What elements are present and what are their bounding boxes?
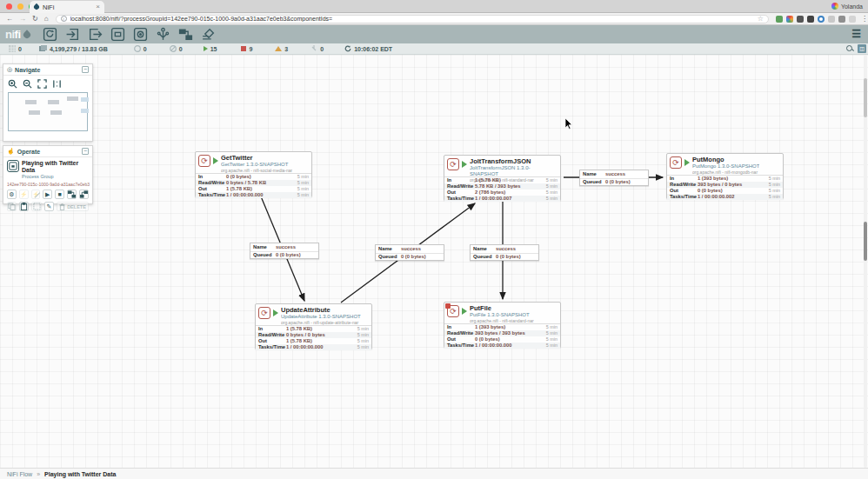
copy-button[interactable] [7,202,17,211]
processor-bundle: org.apache.nifi - nifi-social-media-nar [221,168,292,173]
processor-version: GetTwitter 1.3.0-SNAPSHOT [221,162,292,168]
breadcrumb-root-link[interactable]: NiFi Flow [7,471,32,477]
processor-stats: In1 (393 bytes)5 min Read/Write393 bytes… [667,175,783,200]
browser-tab[interactable]: NiFi × [30,1,104,13]
configure-button[interactable]: ⚙ [7,190,17,199]
fill-color-button[interactable]: ✎ [44,202,54,211]
processor-gettwitter[interactable]: ⟳ GetTwitter GetTwitter 1.3.0-SNAPSHOT o… [195,151,312,197]
processor-version: JoltTransformJSON 1.3.0-SNAPSHOT [470,165,558,177]
running-icon [204,46,208,51]
label-tool-icon[interactable] [201,27,216,42]
close-window-icon[interactable] [6,3,12,10]
compass-icon: ◎ [7,66,12,73]
site-info-icon[interactable]: i [61,16,67,22]
home-button[interactable]: ⌂ [44,15,49,23]
breadcrumb-current: Playing with Twitter Data [44,471,116,477]
extension-icon[interactable] [776,16,783,23]
bulletin-indicator-icon[interactable] [445,303,451,309]
queued-icon [39,45,47,52]
processor-tool-icon[interactable] [43,27,57,42]
zoom-in-icon[interactable] [8,79,17,89]
extension-icon[interactable] [786,16,793,23]
stop-button[interactable]: ■ [55,190,64,199]
processor-name: PutFile [470,305,534,312]
trash-icon [59,203,65,210]
extension-icon[interactable] [818,16,825,23]
tab-close-icon[interactable]: × [96,3,100,10]
flow-canvas[interactable]: ⟳ GetTwitter GetTwitter 1.3.0-SNAPSHOT o… [0,55,868,468]
transmitting-stat: 0 [134,45,147,52]
canvas-vertical-scrollbar[interactable] [864,55,867,468]
group-button[interactable] [31,202,41,211]
search-icon[interactable] [846,45,854,53]
tab-title: NiFi [43,3,92,11]
nifi-app: NiFi × Yolanda ← → ↻ ⌂ i localhost:8080/… [0,0,868,479]
processor-name: GetTwitter [221,155,292,162]
stopped-icon [241,46,246,51]
processor-type-icon: ⟳ [198,155,210,167]
processor-jolttransformjson[interactable]: ⟳ JoltTransformJSON JoltTransformJSON 1.… [444,155,561,201]
extension-icon[interactable] [797,16,804,23]
breadcrumb: NiFi Flow » Playing with Twitter Data [0,468,868,479]
birdseye-minimap[interactable] [8,92,88,131]
address-bar[interactable]: i localhost:8080/nifi/?processGroupId=14… [56,15,769,23]
refresh-stat[interactable]: 10:06:02 EDT [344,45,392,52]
threads-icon [9,45,16,52]
extension-icon[interactable] [838,16,845,23]
processor-putfile[interactable]: ⟳ PutFile PutFile 1.3.0-SNAPSHOT org.apa… [444,302,561,348]
forward-button[interactable]: → [19,15,26,23]
running-stat: 15 [204,46,217,52]
upload-template-button[interactable] [79,190,89,199]
mouse-cursor-icon [564,118,573,130]
nifi-logo: nifi [5,28,30,41]
extension-icon[interactable] [807,16,814,23]
browser-menu-icon[interactable]: ⋮ [861,15,868,23]
input-port-tool-icon[interactable] [65,27,80,42]
remote-process-group-tool-icon[interactable] [133,27,148,42]
flow-status-bar: 0 4,199,279 / 13.83 GB 0 0 15 9 3 0 [0,43,868,55]
paste-button[interactable] [19,202,29,211]
template-tool-icon[interactable] [178,27,193,42]
processor-name: JoltTransformJSON [470,158,558,165]
zoom-fit-icon[interactable] [37,79,47,89]
running-state-icon [462,308,467,315]
connection-label[interactable]: Namesuccess Queued0 (0 bytes) [579,170,649,186]
breadcrumb-separator: » [37,471,40,477]
extension-icon[interactable] [849,16,856,23]
extension-icon[interactable] [828,16,835,23]
operate-group-name: Playing with Twitter Data [22,160,89,174]
global-menu-icon[interactable]: ☰ [851,29,861,40]
browser-tab-strip: NiFi × Yolanda [0,0,868,13]
processor-version: UpdateAttribute 1.3.0-SNAPSHOT [281,314,361,320]
start-button[interactable]: ▶ [43,190,52,199]
reload-button[interactable]: ↻ [32,15,38,23]
collapse-operate-icon[interactable]: − [82,148,89,155]
processor-updateattribute[interactable]: ⟳ UpdateAttribute UpdateAttribute 1.3.0-… [255,303,372,349]
browser-profile[interactable]: Yolanda [831,3,863,10]
process-group-tool-icon[interactable] [110,27,125,42]
refresh-icon[interactable] [344,45,351,52]
extensions-area [776,16,856,23]
minimize-window-icon[interactable] [17,3,23,10]
enable-button[interactable]: ⚡ [19,190,29,199]
scrollbar-thumb[interactable] [864,222,867,261]
funnel-tool-icon[interactable] [156,27,170,42]
connection-label[interactable]: Namesuccess Queued0 (0 bytes) [470,244,539,261]
back-button[interactable]: ← [6,15,13,23]
zoom-actual-icon[interactable] [52,79,62,89]
disabled-icon [310,45,317,52]
disable-button[interactable]: ⚡ [31,190,41,199]
connection-label[interactable]: Namesuccess Queued0 (0 bytes) [375,244,444,261]
output-port-tool-icon[interactable] [88,27,103,42]
create-template-button[interactable] [67,190,77,199]
sidebar-toggle-icon[interactable]: ◫ [858,44,866,53]
stopped-stat: 9 [241,46,252,52]
connection-label[interactable]: Namesuccess Queued0 (0 bytes) [250,243,319,259]
collapse-navigate-icon[interactable]: − [82,66,89,73]
zoom-out-icon[interactable] [23,79,32,89]
running-state-icon [213,157,218,164]
delete-button[interactable]: DELETE [57,202,89,211]
processor-putmongo[interactable]: ⟳ PutMongo PutMongo 1.3.0-SNAPSHOT org.a… [666,153,784,199]
bookmark-star-icon[interactable]: ☆ [758,15,764,23]
scrollbar-thumb[interactable] [864,78,867,117]
